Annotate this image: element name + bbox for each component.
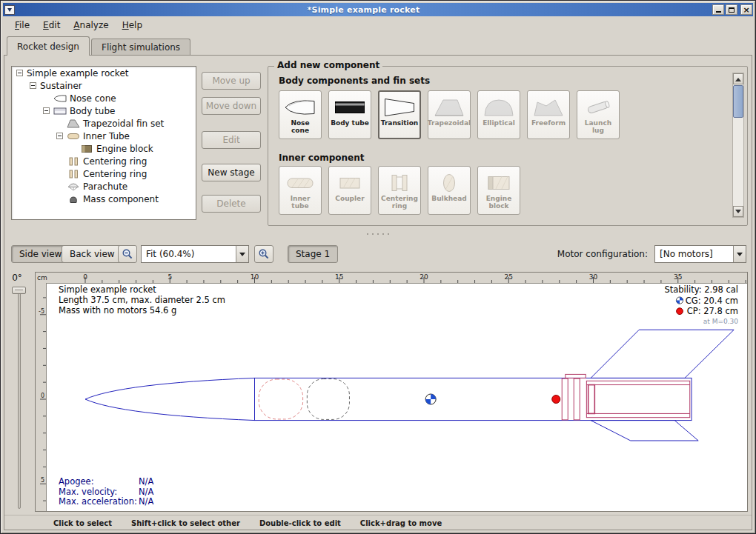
component-panel-scrollbar[interactable]	[732, 73, 744, 218]
maximize-button[interactable]	[726, 4, 737, 15]
tree-item-label: Parachute	[83, 181, 127, 192]
motor-configuration-select[interactable]: [No motors]	[654, 245, 746, 263]
svg-text:Mass with no motors 54.6 g: Mass with no motors 54.6 g	[59, 305, 176, 316]
menu-file[interactable]: File	[8, 18, 36, 33]
tab-flight-simulations[interactable]: Flight simulations	[91, 39, 190, 55]
close-button[interactable]: ×	[740, 4, 752, 15]
cp-legend-icon	[677, 308, 683, 315]
tree-item-body-tube-3[interactable]: Body tube	[12, 104, 196, 117]
centering-ring-icon	[67, 157, 80, 166]
rotation-slider-handle[interactable]	[12, 287, 26, 294]
move-up-button[interactable]: Move up	[202, 72, 261, 90]
svg-text:CG: 20.4 cm: CG: 20.4 cm	[686, 296, 738, 306]
tree-item-label: Trapezoidal fin set	[83, 119, 164, 129]
fin-icon	[67, 119, 80, 128]
tree-item-sustainer-1[interactable]: Sustainer	[12, 79, 196, 92]
rotation-slider-track[interactable]	[18, 290, 21, 509]
component-button-label: Elliptical	[481, 119, 517, 127]
tab-rocket-design[interactable]: Rocket design	[7, 36, 90, 56]
engine-block-icon	[80, 144, 93, 153]
rotation-angle-label: 0°	[5, 273, 29, 283]
tree-item-centering-ring-8[interactable]: Centering ring	[12, 167, 196, 180]
tree-item-nose-cone-2[interactable]: Nose cone	[12, 92, 196, 104]
app-icon[interactable]	[4, 5, 15, 15]
tree-item-simple-example-rocket-0[interactable]: Simple example rocket	[12, 67, 196, 79]
component-tree[interactable]: Simple example rocketSustainerNose coneB…	[11, 66, 196, 220]
bulkhead-icon	[433, 171, 465, 195]
horizontal-splitter[interactable]	[4, 229, 752, 239]
component-button-freeform[interactable]: Freeform	[527, 90, 570, 139]
tab-bar: Rocket designFlight simulations	[7, 36, 190, 56]
chevron-down-icon[interactable]	[236, 246, 248, 262]
scrollbar-up-button[interactable]	[733, 73, 743, 84]
zoom-in-button[interactable]	[254, 245, 273, 263]
component-button-nose-cone[interactable]: Nose cone	[279, 90, 322, 139]
svg-text:30: 30	[589, 273, 598, 281]
fin-freeform-icon	[532, 96, 565, 119]
svg-text:Apogee:: Apogee:	[59, 476, 94, 487]
svg-text:0: 0	[83, 273, 87, 281]
component-button-transition[interactable]: Transition	[378, 90, 421, 139]
tree-expander-icon[interactable]	[16, 70, 23, 76]
component-button-body-tube[interactable]: Body tube	[328, 90, 371, 139]
tree-item-parachute-9[interactable]: Parachute	[12, 180, 196, 193]
cp-marker[interactable]	[552, 396, 560, 404]
component-button-label: Transition	[379, 119, 420, 127]
component-button-coupler[interactable]: Coupler	[328, 166, 371, 215]
tree-item-inner-tube-5[interactable]: Inner Tube	[12, 130, 196, 142]
svg-text:20: 20	[420, 273, 428, 281]
tree-item-trapezoidal-fin-set-4[interactable]: Trapezoidal fin set	[12, 117, 196, 130]
component-button-centering-ring[interactable]: Centering ring	[378, 166, 421, 215]
nose-cone-icon	[284, 96, 316, 119]
new-stage-button[interactable]: New stage	[202, 164, 261, 181]
component-button-engine-block[interactable]: Engine block	[477, 166, 520, 215]
tree-expander-icon[interactable]	[43, 107, 50, 114]
svg-text:-5: -5	[39, 308, 44, 315]
tree-expander-icon[interactable]	[30, 82, 36, 89]
menu-edit[interactable]: Edit	[36, 18, 67, 33]
component-button-elliptical[interactable]: Elliptical	[477, 90, 520, 139]
scrollbar-thumb[interactable]	[733, 85, 743, 118]
chevron-down-icon[interactable]	[733, 246, 746, 262]
minimize-button[interactable]	[712, 4, 724, 15]
rocket-canvas-container[interactable]: 05101520253035-505cmSimple example rocke…	[35, 272, 748, 512]
menu-analyze[interactable]: Analyze	[67, 18, 115, 33]
body-tube-icon	[334, 96, 366, 119]
component-button-launch-lug[interactable]: Launch lug	[577, 90, 620, 139]
component-button-label: Body tube	[329, 119, 371, 127]
add-component-title: Add new component	[274, 60, 382, 70]
edit-button[interactable]: Edit	[202, 131, 261, 149]
stage-1-toggle[interactable]: Stage 1	[288, 245, 338, 263]
tree-item-engine-block-6[interactable]: Engine block	[12, 142, 196, 155]
menu-help[interactable]: Help	[116, 18, 149, 33]
component-button-label: Nose cone	[279, 119, 321, 135]
component-button-trapezoidal[interactable]: Trapezoidal	[428, 90, 471, 139]
launch-lug-icon	[582, 96, 614, 119]
inner-components-row: Inner tubeCouplerCentering ringBulkheadE…	[279, 166, 520, 215]
arrow-down-icon	[735, 210, 741, 216]
tree-expander-icon[interactable]	[56, 133, 63, 139]
move-down-button[interactable]: Move down	[202, 97, 261, 115]
body-components-row: Nose coneBody tubeTransitionTrapezoidalE…	[279, 90, 620, 139]
tree-item-mass-component-10[interactable]: Mass component	[12, 193, 196, 205]
tree-item-centering-ring-7[interactable]: Centering ring	[12, 155, 196, 167]
splitter-dot	[377, 233, 379, 235]
zoom-out-icon	[122, 248, 133, 260]
component-button-bulkhead[interactable]: Bulkhead	[428, 166, 471, 215]
zoom-out-button[interactable]	[118, 245, 137, 263]
scrollbar-down-button[interactable]	[733, 206, 743, 217]
back-view-button[interactable]: Back view	[62, 245, 123, 263]
component-button-inner-tube[interactable]: Inner tube	[279, 166, 322, 215]
fin-elliptical-icon	[483, 96, 515, 119]
tree-item-label: Mass component	[83, 194, 159, 204]
cg-marker[interactable]	[425, 394, 436, 404]
svg-text:15: 15	[335, 273, 343, 281]
delete-button[interactable]: Delete	[202, 195, 261, 213]
component-button-label: Coupler	[334, 195, 365, 202]
component-button-label: Trapezoidal	[426, 119, 472, 127]
zoom-select[interactable]: Fit (60.4%)	[141, 245, 249, 263]
tree-action-buttons: Move upMove downEditNew stageDelete	[202, 72, 261, 213]
component-button-label: Inner tube	[279, 195, 321, 210]
rocket-view-canvas[interactable]: 05101520253035-505cmSimple example rocke…	[36, 273, 747, 511]
centering-ring-icon	[67, 170, 80, 178]
